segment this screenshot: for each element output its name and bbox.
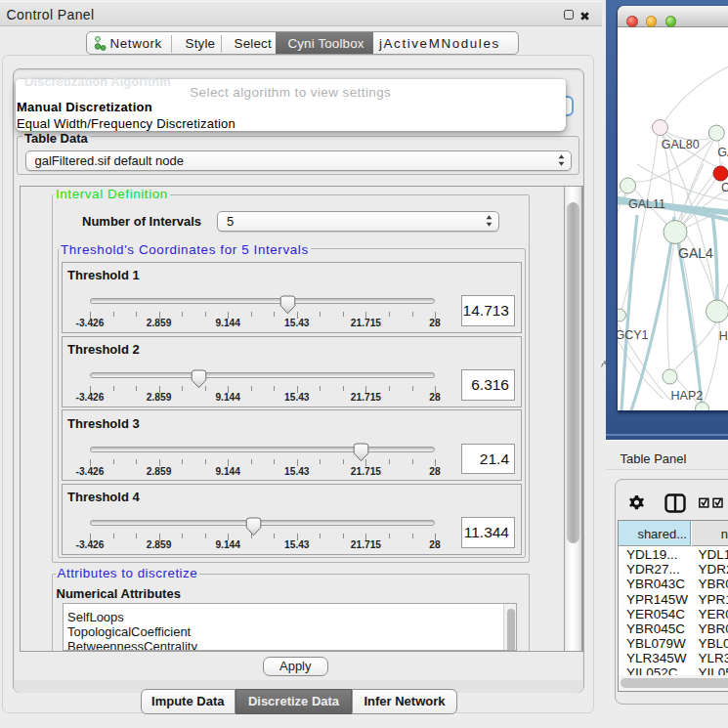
svg-text:GA: GA: [717, 145, 728, 158]
svg-text:GAL11: GAL11: [628, 197, 665, 211]
svg-text:GAL4: GAL4: [678, 245, 713, 261]
svg-text:HA: HA: [718, 329, 728, 343]
svg-text:GCY1: GCY1: [618, 327, 649, 341]
svg-text:C: C: [721, 181, 728, 194]
svg-text:HAP2: HAP2: [670, 389, 703, 403]
svg-text:GAL80: GAL80: [661, 138, 699, 151]
